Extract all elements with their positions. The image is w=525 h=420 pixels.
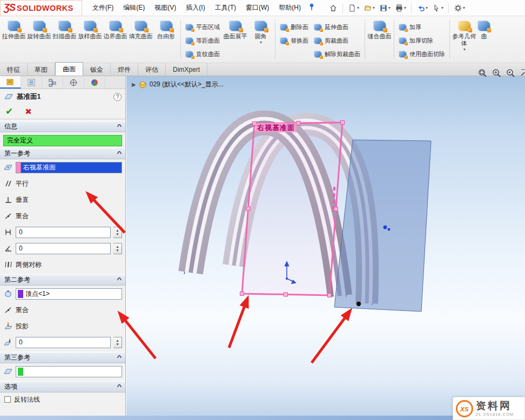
flip-normal-checkbox[interactable] xyxy=(4,396,11,403)
filled-surface-button[interactable]: 填充曲面 xyxy=(128,18,153,62)
configuration-manager-tab[interactable] xyxy=(42,76,63,89)
menu-help[interactable]: 帮助(H) xyxy=(274,0,306,16)
print-button[interactable]: ▾ xyxy=(393,3,408,13)
cancel-button[interactable]: ✖ xyxy=(25,107,32,116)
pin-menu-icon[interactable] xyxy=(308,3,315,13)
curves-button[interactable]: 曲 xyxy=(477,18,491,62)
property-manager-tab[interactable] xyxy=(0,76,21,89)
delete-face-button[interactable]: 删除面 xyxy=(277,21,311,34)
dropdown-caret-icon[interactable]: ▾ xyxy=(426,5,428,10)
dropdown-caret-icon[interactable]: ▾ xyxy=(463,47,466,52)
new-document-button[interactable]: ▾ xyxy=(346,3,361,13)
tab-surfaces[interactable]: 曲面 xyxy=(55,62,83,76)
thickened-cut-button[interactable]: 加厚切除 xyxy=(396,34,448,48)
fillet-button[interactable]: 圆角▾ xyxy=(248,18,273,62)
lofted-surface-button[interactable]: 放样曲面 xyxy=(77,18,103,62)
zoom-area-button[interactable] xyxy=(492,68,502,78)
menu-window[interactable]: 窗口(W) xyxy=(241,0,274,16)
select-button[interactable]: ▾ xyxy=(430,3,445,13)
dropdown-caret-icon[interactable]: ▾ xyxy=(357,5,359,10)
distance-input[interactable]: 0 xyxy=(16,227,111,238)
message-section-header[interactable]: 信息^ xyxy=(0,121,125,132)
thicken-button[interactable]: 加厚 xyxy=(396,21,448,34)
feature-tree-tab[interactable] xyxy=(21,76,42,89)
save-button[interactable]: ▾ xyxy=(378,3,392,13)
freeform-button[interactable]: 自由形 xyxy=(153,18,179,62)
extend-surface-button[interactable]: 延伸曲面 xyxy=(311,21,363,34)
help-button[interactable]: ? xyxy=(113,93,122,101)
replace-face-button[interactable]: 替换面 xyxy=(277,34,311,48)
previous-view-button[interactable] xyxy=(506,68,516,78)
midplane-row[interactable]: 两侧对称 xyxy=(0,256,125,273)
freeform-icon xyxy=(160,21,173,31)
tab-sketch[interactable]: 草图 xyxy=(28,63,55,76)
dimxpert-manager-tab[interactable] xyxy=(63,76,84,89)
reference-geometry-button[interactable]: 参考几何体▾ xyxy=(452,18,477,62)
second-reference-input[interactable]: 0 xyxy=(16,337,111,348)
dropdown-caret-icon[interactable]: ▾ xyxy=(260,40,262,45)
undo-button[interactable]: ▾ xyxy=(415,3,429,13)
perpendicular-constraint-row[interactable]: 垂直 xyxy=(0,192,125,208)
tab-features[interactable]: 特征 xyxy=(0,63,28,76)
dropdown-caret-icon[interactable]: ▾ xyxy=(388,5,391,10)
graphics-viewport[interactable]: ▶ 029 (默认<<默认>_显示... 右视基准面 xyxy=(126,76,525,416)
angle-input[interactable]: 0 xyxy=(16,243,111,254)
lofted-surface-icon xyxy=(84,21,97,31)
options-gear-button[interactable]: ▾ xyxy=(452,3,467,13)
tab-sheet-metal[interactable]: 钣金 xyxy=(83,63,111,76)
trim-surface-button[interactable]: 剪裁曲面 xyxy=(311,34,363,48)
second-reference-spinner[interactable]: ▲▼ xyxy=(113,337,122,348)
coincident-constraint-row[interactable]: 重合 xyxy=(0,208,125,224)
selected-vertex-dot[interactable] xyxy=(356,302,361,306)
parallel-constraint-row[interactable]: 平行 xyxy=(0,175,125,192)
ok-button[interactable]: ✔ xyxy=(5,107,13,116)
zoom-fit-button[interactable] xyxy=(477,68,488,78)
first-reference-section-header[interactable]: 第一参考^ xyxy=(0,148,125,159)
first-reference-selection-field[interactable]: 右视基准面 xyxy=(16,162,122,173)
flatten-surface-button[interactable]: 曲面展平 xyxy=(223,18,248,62)
menu-edit[interactable]: 编辑(E) xyxy=(118,0,150,16)
extruded-surface-button[interactable]: 拉伸曲面 xyxy=(1,18,26,62)
menu-items: 文件(F) 编辑(E) 视图(V) 插入(I) 工具(T) 窗口(W) 帮助(H… xyxy=(88,0,306,16)
dropdown-caret-icon[interactable]: ▾ xyxy=(404,5,406,10)
pm-actions-row: ✔ ✖ xyxy=(0,104,125,119)
angle-spinner[interactable]: ▲▼ xyxy=(113,243,122,254)
viewport-canvas[interactable] xyxy=(126,76,525,416)
right-plane-outline[interactable] xyxy=(242,123,342,295)
second-reference-selection-field[interactable]: 顶点<1> xyxy=(16,288,122,300)
offset-surface-button[interactable]: 等距曲面 xyxy=(183,34,223,48)
menu-insert[interactable]: 插入(I) xyxy=(181,0,210,16)
tab-evaluate[interactable]: 评估 xyxy=(138,63,166,76)
planar-surface-button[interactable]: 平面区域 xyxy=(183,21,223,34)
feature-tree-header[interactable]: ▶ 029 (默认<<默认>_显示... xyxy=(132,80,224,89)
ruled-surface-button[interactable]: 直纹曲面 xyxy=(183,48,223,61)
dropdown-caret-icon[interactable]: ▾ xyxy=(373,5,375,10)
plane-item-swatch-icon xyxy=(16,162,21,173)
plane-feature-icon xyxy=(4,92,14,101)
display-manager-tab[interactable] xyxy=(84,76,105,89)
dropdown-caret-icon[interactable]: ▾ xyxy=(463,5,465,10)
distance-spinner[interactable]: ▲▼ xyxy=(113,227,122,238)
cut-with-surface-button[interactable]: 使用曲面切除 xyxy=(396,48,448,61)
open-button[interactable]: ▾ xyxy=(362,3,376,13)
tab-weldments[interactable]: 焊件 xyxy=(111,63,138,76)
home-button[interactable] xyxy=(327,3,339,13)
knit-surface-button[interactable]: 缝合曲面 xyxy=(367,18,392,62)
swept-surface-button[interactable]: 扫描曲面 xyxy=(52,18,77,62)
menu-file[interactable]: 文件(F) xyxy=(88,0,118,16)
untrim-surface-button[interactable]: 解除剪裁曲面 xyxy=(311,48,363,61)
third-reference-section-header[interactable]: 第三参考^ xyxy=(0,352,125,363)
options-section-header[interactable]: 选项^ xyxy=(0,381,125,392)
boundary-surface-button[interactable]: 边界曲面 xyxy=(103,18,128,62)
revolved-surface-button[interactable]: 旋转曲面 xyxy=(26,18,52,62)
dropdown-caret-icon[interactable]: ▾ xyxy=(441,5,443,10)
tab-dimxpert[interactable]: DimXpert xyxy=(166,63,207,76)
coincident2-constraint-row[interactable]: 重合 xyxy=(0,302,125,318)
third-reference-selection-field[interactable] xyxy=(16,366,122,377)
menu-tools[interactable]: 工具(T) xyxy=(210,0,241,16)
panel-collapse-arrow-icon[interactable]: ▶ xyxy=(132,82,136,87)
section-view-button[interactable] xyxy=(520,68,525,78)
second-reference-section-header[interactable]: 第二参考^ xyxy=(0,274,125,286)
project-constraint-row[interactable]: 投影 xyxy=(0,318,125,334)
menu-view[interactable]: 视图(V) xyxy=(150,0,181,16)
